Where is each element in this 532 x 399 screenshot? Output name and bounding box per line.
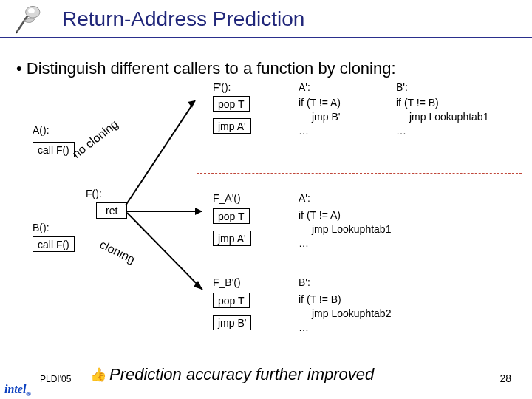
FB-line3: … — [299, 321, 391, 335]
svg-point-1 — [28, 8, 35, 13]
label-F: F(): — [86, 188, 102, 200]
arrow-no-cloning — [124, 89, 213, 207]
label-no-cloning: no cloning — [70, 117, 121, 161]
label-FA-A: A': — [299, 192, 310, 204]
label-FB: F_B'() — [213, 276, 241, 288]
top-B-line3: … — [396, 124, 488, 138]
arrow-cloning-2 — [126, 210, 213, 299]
top-A-line2: jmp B' — [299, 110, 341, 124]
label-Bprime-top: B': — [396, 81, 408, 93]
top-B-line1: if (T != B) — [396, 96, 488, 110]
box-FB-jmp: jmp B' — [213, 315, 251, 330]
label-A: A(): — [33, 124, 50, 136]
FA-line2: jmp Lookuphtab1 — [299, 222, 391, 236]
svg-line-6 — [127, 213, 202, 290]
slide-title: Return-Address Prediction — [62, 7, 304, 31]
box-jmpA-top: jmp A' — [213, 118, 251, 134]
label-FA: F_A'() — [213, 192, 241, 204]
FA-line3: … — [299, 236, 391, 250]
box-callF-B: call F() — [33, 236, 75, 252]
dashed-separator — [197, 173, 522, 174]
FB-line2: jmp Lookuphtab2 — [299, 307, 391, 321]
thumbs-up-icon: 👍 — [90, 366, 106, 383]
page-number: 28 — [499, 372, 511, 384]
main-bullet: • Distinguish different callers to a fun… — [16, 59, 396, 78]
box-FB-popT: pop T — [213, 293, 250, 308]
top-A-line3: … — [299, 124, 341, 138]
label-B: B(): — [33, 222, 50, 233]
title-underline — [0, 37, 532, 38]
label-FB-B: B': — [299, 276, 310, 288]
box-ret: ret — [96, 202, 127, 219]
box-callF-A: call F() — [33, 142, 75, 157]
top-A-line1: if (T != A) — [299, 96, 341, 110]
FB-line1: if (T != B) — [299, 293, 391, 307]
conclusion-text: Prediction accuracy further improved — [109, 365, 374, 384]
footer-left: PLDI'05 — [40, 374, 71, 384]
svg-line-2 — [126, 100, 195, 205]
FA-line1: if (T != A) — [299, 208, 391, 222]
box-FA-jmp: jmp A' — [213, 231, 251, 246]
box-FA-popT: pop T — [213, 208, 250, 224]
label-Fprime: F'(): — [213, 81, 231, 93]
svg-marker-3 — [188, 100, 195, 108]
pushpin-icon — [13, 3, 44, 34]
box-popT-top: pop T — [213, 96, 250, 112]
intel-logo: intel® — [4, 383, 31, 398]
top-B-line2: jmp Lookuphtab1 — [396, 110, 488, 124]
label-Aprime-top: A': — [299, 81, 310, 93]
